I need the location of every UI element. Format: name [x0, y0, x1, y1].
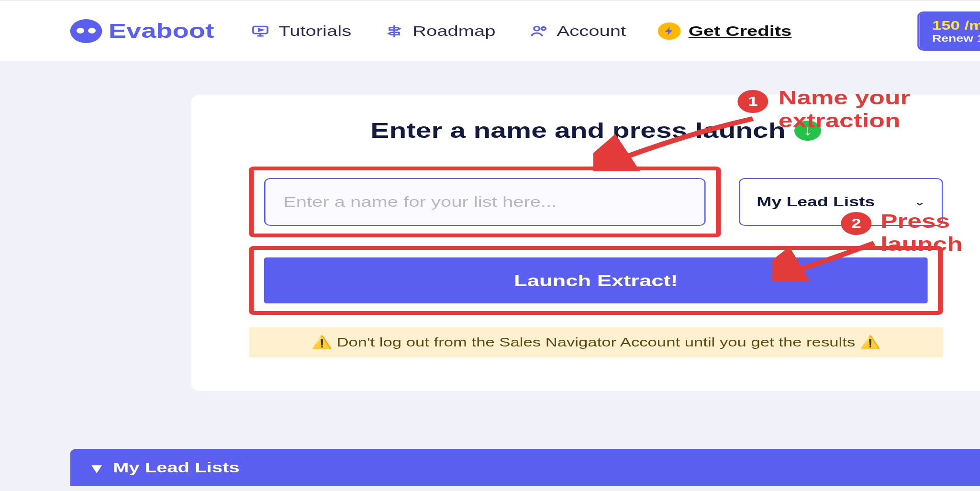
- form-row: My Lead Lists ⌄: [249, 167, 943, 237]
- launch-extract-button[interactable]: Launch Extract!: [264, 257, 928, 303]
- nav-credits-label: Get Credits: [689, 23, 792, 39]
- svg-point-2: [541, 27, 546, 30]
- folder-selected-label: My Lead Lists: [757, 194, 875, 210]
- nav-roadmap[interactable]: Roadmap: [383, 23, 496, 39]
- logo-icon: [70, 19, 102, 43]
- nav-get-credits[interactable]: Get Credits: [658, 22, 792, 40]
- annotation-text-1: Name your extraction: [779, 86, 911, 132]
- launch-highlight: Launch Extract!: [249, 246, 943, 315]
- warning-text: Don't log out from the Sales Navigator A…: [336, 335, 855, 349]
- brand-logo[interactable]: Evaboot: [70, 19, 214, 43]
- app-header: Evaboot Tutorials Roadmap Account Get Cr…: [0, 0, 980, 61]
- list-name-input[interactable]: [264, 178, 706, 226]
- lead-lists-section-bar: ▾ My Lead Lists + New Folder: [70, 449, 980, 486]
- extract-card: Enter a name and press launch ↓ My Lead …: [191, 95, 980, 391]
- annotation-badge-1: 1: [737, 90, 768, 113]
- nav-account[interactable]: Account: [527, 23, 626, 39]
- annotation-text-2: Press launch: [880, 210, 963, 256]
- nav-account-label: Account: [557, 23, 626, 39]
- play-monitor-icon: [249, 23, 271, 39]
- card-title: Enter a name and press launch: [370, 119, 785, 143]
- account-gear-icon: [527, 23, 549, 39]
- plan-left: 150 /month Renew 11/12: [919, 13, 980, 49]
- caret-down-icon: ▾: [92, 459, 101, 476]
- main-nav: Tutorials Roadmap Account Get Credits: [249, 22, 882, 40]
- page-body: Enter a name and press launch ↓ My Lead …: [0, 61, 980, 491]
- lead-lists-title: My Lead Lists: [113, 459, 240, 476]
- signpost-icon: [383, 23, 405, 39]
- plan-summary[interactable]: 150 /month Renew 11/12 Extract: 2,992,89…: [917, 11, 980, 51]
- chevron-down-icon: ⌄: [914, 196, 925, 208]
- svg-point-1: [534, 26, 539, 31]
- lead-lists-toggle[interactable]: ▾ My Lead Lists: [92, 459, 240, 476]
- plan-renew: Renew 11/12: [932, 33, 980, 44]
- brand-name: Evaboot: [109, 20, 214, 43]
- nav-tutorials[interactable]: Tutorials: [249, 23, 351, 39]
- nav-roadmap-label: Roadmap: [412, 23, 495, 39]
- annotation-badge-2: 2: [841, 212, 871, 235]
- name-input-highlight: [249, 167, 721, 237]
- plan-amount: 150 /month: [932, 18, 980, 33]
- nav-tutorials-label: Tutorials: [278, 23, 351, 39]
- warning-bar: ⚠️ Don't log out from the Sales Navigato…: [249, 327, 943, 357]
- bolt-icon: [658, 22, 681, 40]
